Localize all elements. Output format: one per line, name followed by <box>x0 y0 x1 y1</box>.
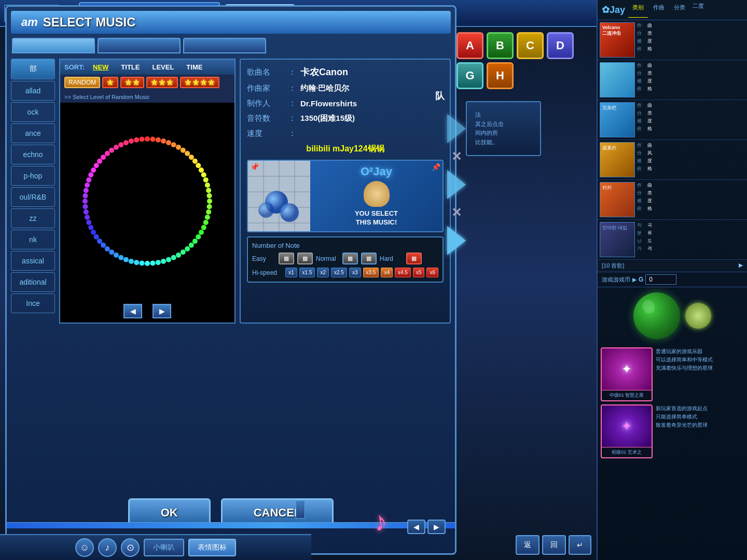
btn-a[interactable]: A <box>457 32 483 59</box>
rainbow-circle-svg <box>72 126 223 276</box>
svg-point-35 <box>150 261 155 266</box>
easy-card-1[interactable]: ▦ <box>279 253 294 264</box>
sort-title[interactable]: TITLE <box>117 62 144 72</box>
genre-all[interactable]: 部 <box>11 59 55 79</box>
bottom-nav-next[interactable]: ▶ <box>427 520 446 534</box>
sort-time[interactable]: TIME <box>182 62 206 72</box>
speed-x5[interactable]: x5 <box>413 268 425 277</box>
level-cards-area: ✦ 中级01 智慧之星 普通玩家的游戏乐园可以选择简单和中等模式充满着快乐与理想… <box>598 344 747 461</box>
genre-ballad[interactable]: allad <box>11 81 55 101</box>
level-btn-4[interactable]: 🌟🌟🌟🌟 <box>180 77 219 88</box>
normal-card-2[interactable]: ▦ <box>361 253 377 264</box>
level-card-init[interactable]: ✦ 初级01 艺术之 <box>601 404 653 458</box>
bq-button[interactable]: 表情图标 <box>188 539 236 556</box>
svg-point-11 <box>196 163 201 168</box>
tab-2[interactable] <box>98 38 181 53</box>
composer-row: 作曲家 ： 约翰·巴哈贝尔 <box>247 83 444 93</box>
genre-jazz[interactable]: zz <box>11 208 55 228</box>
genre-techno[interactable]: echno <box>11 145 55 164</box>
sort-new[interactable]: NEW <box>89 62 113 72</box>
speed-x1[interactable]: x1 <box>285 268 297 277</box>
speed-x15[interactable]: x1.5 <box>299 268 315 277</box>
scroll-indicator[interactable] <box>296 500 305 519</box>
genre-dance[interactable]: ance <box>11 123 55 143</box>
svg-point-46 <box>97 239 102 244</box>
genre-hiphop[interactable]: p-hop <box>11 166 55 186</box>
svg-point-28 <box>185 246 190 251</box>
svg-point-6 <box>176 145 181 150</box>
song-cover: O²Jay YOU SELECTTHIS MUSIC! 📌 📌 <box>247 160 444 232</box>
genre-ince[interactable]: Ince <box>11 293 55 313</box>
btn-b[interactable]: B <box>487 32 514 59</box>
arrow-right-3[interactable] <box>447 226 466 255</box>
svg-point-25 <box>196 234 201 240</box>
genre-classical[interactable]: assical <box>11 251 55 271</box>
tab-1[interactable] <box>12 38 95 53</box>
level-desc-mid: 普通玩家的游戏乐园可以选择简单和中等模式充满着快乐与理想的星球 <box>656 347 744 401</box>
check-button[interactable]: ↵ <box>569 535 591 555</box>
fr-tab-category[interactable]: 类别 <box>628 2 648 18</box>
hard-card[interactable]: ▦ <box>406 253 422 264</box>
random-area: RANDOM 🌟 🌟🌟 🌟🌟🌟 🌟🌟🌟🌟 <box>60 75 234 90</box>
speed-x45[interactable]: x4.5 <box>395 268 411 277</box>
arrow-right-2[interactable] <box>447 170 466 199</box>
level-card-mid[interactable]: ✦ 中级01 智慧之星 <box>601 347 653 401</box>
svg-point-9 <box>189 155 194 160</box>
fr-meta-4: 作曲 分风 难度 价格 <box>637 142 745 177</box>
fr-tab-classify[interactable]: 分类 <box>670 2 689 18</box>
btn-h[interactable]: H <box>487 62 514 89</box>
queue-label: 队 <box>435 90 445 102</box>
x-mark-2[interactable]: ✕ <box>447 203 466 222</box>
genre-rnb[interactable]: oul/R&B <box>11 187 55 207</box>
mid-instruction-panel: 法其之后点击间内的所比技能。 <box>466 101 541 156</box>
nav-prev[interactable]: ◀ <box>123 304 142 318</box>
back-button[interactable]: 返 <box>516 535 540 555</box>
level-btn-2[interactable]: 🌟🌟 <box>120 77 144 88</box>
speed-x25[interactable]: x2.5 <box>331 268 347 277</box>
smiley-icon[interactable]: ☺ <box>75 538 94 557</box>
svg-point-23 <box>201 225 206 230</box>
speed-x4[interactable]: x4 <box>381 268 393 277</box>
fr-meta-6: 작곡 분류 난도 가격 <box>637 222 745 257</box>
nav-next[interactable]: ▶ <box>153 304 171 318</box>
title-label: 歌曲名 <box>247 67 288 77</box>
tab-3[interactable] <box>183 38 266 53</box>
btn-d[interactable]: D <box>547 32 574 59</box>
svg-point-7 <box>181 148 186 153</box>
hispeed-row: Hi-speed x1 x1.5 x2 x2.5 x3 x3.5 x4 x4.5… <box>252 268 438 277</box>
svg-point-27 <box>189 243 194 248</box>
normal-card-1[interactable]: ▦ <box>342 253 358 264</box>
speed-x6[interactable]: x6 <box>426 268 438 277</box>
note-icon[interactable]: ♪ <box>98 538 117 557</box>
speed-row: 速度 ： <box>247 129 444 138</box>
random-btn[interactable]: RANDOM <box>64 77 100 88</box>
easy-card-2[interactable]: ▦ <box>297 253 313 264</box>
circle-icon[interactable]: ⊙ <box>121 538 140 557</box>
return-button[interactable]: 回 <box>542 535 566 555</box>
level-btn-3[interactable]: 🌟🌟🌟 <box>146 77 178 88</box>
level-btn-1[interactable]: 🌟 <box>102 77 118 88</box>
speed-x3[interactable]: x3 <box>349 268 361 277</box>
genre-traditional[interactable]: aditional <box>11 272 55 292</box>
song-list-panel: SORT: NEW TITLE LEVEL TIME RANDOM 🌟 🌟🌟 🌟… <box>59 59 236 324</box>
globe-area <box>598 287 747 344</box>
speed-x2[interactable]: x2 <box>317 268 329 277</box>
btn-c[interactable]: C <box>517 32 544 59</box>
speed-x35[interactable]: x3.5 <box>363 268 379 277</box>
x-mark-1[interactable]: ✕ <box>447 147 466 166</box>
genre-funk[interactable]: nk <box>11 230 55 249</box>
normal-label: Normal <box>316 255 339 262</box>
coins-label: 游戏游戏币 <box>602 276 630 284</box>
btn-g[interactable]: G <box>457 62 483 89</box>
coins-input[interactable] <box>645 274 676 285</box>
fr-tab-composer[interactable]: 作曲 <box>649 2 669 18</box>
fr-logo: ✿Jay <box>600 2 627 18</box>
xiaopa-button[interactable]: 小喇叭 <box>144 539 184 556</box>
sort-level[interactable]: LEVEL <box>148 62 178 72</box>
arrow-right-1[interactable] <box>447 114 466 143</box>
genre-rock[interactable]: ock <box>11 102 55 122</box>
right-arrows-area: ✕ ✕ <box>447 114 466 255</box>
bottom-nav-prev[interactable]: ◀ <box>407 520 425 534</box>
svg-point-60 <box>91 167 96 173</box>
select-music-header: am SELECT MUSIC <box>11 11 451 34</box>
